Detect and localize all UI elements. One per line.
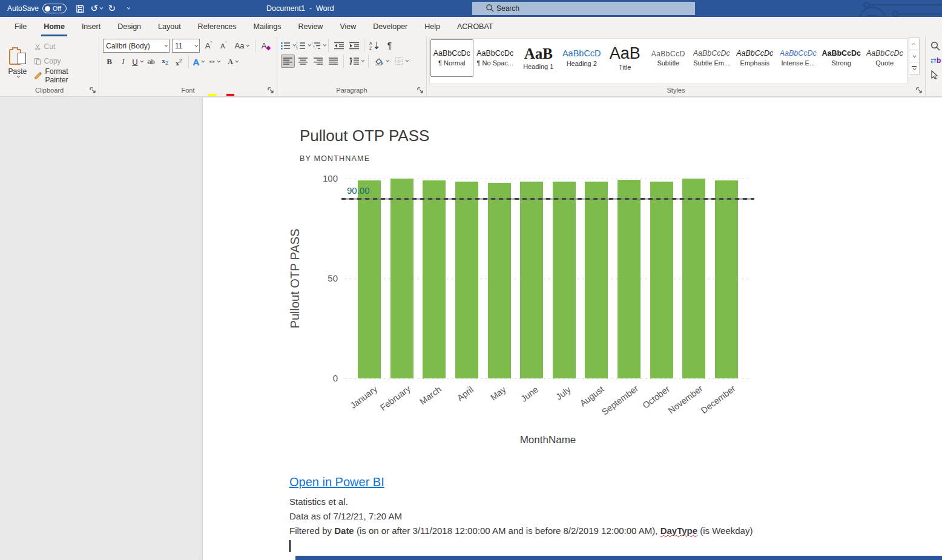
subscript-button[interactable]: x2 <box>159 55 171 68</box>
bold-button[interactable]: B <box>103 55 116 68</box>
redo-button[interactable]: ↻ <box>104 1 120 16</box>
gallery-scroll-up-button[interactable] <box>909 38 920 50</box>
styles-dialog-launcher[interactable] <box>915 87 923 94</box>
bar-january[interactable] <box>358 180 381 378</box>
align-right-button[interactable] <box>311 54 325 68</box>
bar-april[interactable] <box>455 182 478 378</box>
search-box[interactable]: Search <box>472 2 695 15</box>
tab-home[interactable]: Home <box>35 17 73 36</box>
undo-button[interactable]: ↺ <box>88 1 104 16</box>
text-effects-icon: A <box>193 57 200 67</box>
sort-button[interactable]: AZ <box>367 39 381 52</box>
autosave-toggle[interactable]: AutoSave Off <box>0 4 73 13</box>
bar-august[interactable] <box>585 182 608 378</box>
x-tick-label-march: March <box>418 384 443 407</box>
line-spacing-button[interactable] <box>347 54 365 68</box>
gallery-more-button[interactable] <box>909 62 920 74</box>
font-family-select[interactable]: Calibri (Body) <box>103 39 170 53</box>
tab-help[interactable]: Help <box>416 17 449 36</box>
y-tick-label: 50 <box>311 273 338 283</box>
change-case-button[interactable]: Aa <box>232 39 251 53</box>
redo-icon: ↻ <box>108 3 116 14</box>
replace-icon[interactable]: ⇄b <box>930 56 941 65</box>
tab-layout[interactable]: Layout <box>150 17 189 36</box>
paragraph-dialog-launcher[interactable] <box>417 87 424 94</box>
bar-october[interactable] <box>650 182 673 378</box>
autosave-pill[interactable]: Off <box>42 4 67 13</box>
open-in-power-bi-link[interactable]: Open in Power BI <box>289 475 384 489</box>
style-quote[interactable]: AaBbCcDcQuote <box>863 39 906 77</box>
clipboard-dialog-launcher[interactable] <box>89 87 96 94</box>
x-tick-label-august: August <box>578 384 606 408</box>
bullet-list-button[interactable] <box>281 39 295 52</box>
align-center-button[interactable] <box>296 54 310 68</box>
tab-mailings[interactable]: Mailings <box>245 17 290 36</box>
style-strong[interactable]: AaBbCcDcStrong <box>820 39 863 77</box>
bar-february[interactable] <box>390 179 413 378</box>
shrink-font-button[interactable]: Aˇ <box>217 39 230 53</box>
font-dialog-launcher[interactable] <box>267 87 274 94</box>
copy-button[interactable]: Copy <box>31 54 95 68</box>
strikethrough-button[interactable]: ab <box>145 55 157 68</box>
superscript-button[interactable]: x2 <box>173 55 185 68</box>
toggle-knob-icon <box>45 6 50 12</box>
copy-icon <box>34 58 41 65</box>
style-title[interactable]: AaBTitle <box>604 39 647 77</box>
text-effects-button[interactable]: A <box>192 55 205 68</box>
tab-design[interactable]: Design <box>109 17 150 36</box>
save-button[interactable] <box>73 1 88 16</box>
tab-review[interactable]: Review <box>289 17 331 36</box>
paste-button[interactable]: Paste <box>4 39 31 84</box>
increase-indent-button[interactable] <box>347 39 361 52</box>
style-intenseem[interactable]: AaBbCcDcIntense E... <box>777 39 820 77</box>
bar-june[interactable] <box>520 182 543 378</box>
tab-references[interactable]: References <box>189 17 245 36</box>
justify-button[interactable] <box>326 54 340 68</box>
tab-acrobat[interactable]: ACROBAT <box>449 17 502 36</box>
shading-button[interactable] <box>372 54 390 68</box>
style-emphasis[interactable]: AaBbCcDcEmphasis <box>734 39 777 77</box>
multilevel-list-icon: 1ai <box>311 42 321 50</box>
bar-may[interactable] <box>488 183 511 378</box>
style-subtleem[interactable]: AaBbCcDcSubtle Em... <box>690 39 733 77</box>
x-axis-title: MonthName <box>520 434 576 446</box>
format-painter-button[interactable]: Format Painter <box>31 69 95 82</box>
style-h1[interactable]: AaBHeading 1 <box>517 39 560 77</box>
find-icon[interactable] <box>930 41 940 51</box>
numbered-list-button[interactable]: 123 <box>296 39 310 52</box>
bar-september[interactable] <box>618 180 641 378</box>
font-size-select[interactable]: 11 <box>172 39 200 53</box>
editing-group-partial: ⇄b <box>925 36 942 96</box>
bar-december[interactable] <box>715 180 738 378</box>
italic-button[interactable]: I <box>117 55 130 68</box>
underline-button[interactable]: U <box>131 55 143 68</box>
tab-file[interactable]: File <box>6 17 35 36</box>
select-cursor-icon[interactable] <box>930 70 938 79</box>
clear-formatting-button[interactable]: A◆ <box>260 39 272 53</box>
tab-developer[interactable]: Developer <box>364 17 416 36</box>
gallery-scroll-down-button[interactable] <box>909 50 920 62</box>
align-left-button[interactable] <box>281 54 295 68</box>
undo-icon: ↺ <box>91 3 99 14</box>
style-subtitle[interactable]: AaBbCcDSubtitle <box>647 39 690 77</box>
style-normal[interactable]: AaBbCcDc¶ Normal <box>430 39 473 77</box>
borders-button[interactable] <box>391 54 410 68</box>
tab-insert[interactable]: Insert <box>73 17 109 36</box>
style-sample: AaBbCcDc <box>822 50 861 58</box>
style-h2[interactable]: AaBbCcDHeading 2 <box>561 39 604 77</box>
tab-view[interactable]: View <box>331 17 364 36</box>
cut-button[interactable]: Cut <box>31 40 95 53</box>
highlight-color-button[interactable]: ✏ <box>206 55 223 68</box>
decrease-indent-button[interactable] <box>332 39 346 52</box>
bar-march[interactable] <box>423 180 446 378</box>
multilevel-list-button[interactable]: 1ai <box>311 39 325 52</box>
customize-qat-button[interactable] <box>120 1 136 16</box>
font-color-button[interactable]: A <box>224 55 241 68</box>
document-text: Open in Power BI Statistics et al. Data … <box>289 475 895 553</box>
bar-november[interactable] <box>682 179 705 378</box>
bar-july[interactable] <box>553 182 576 378</box>
show-hide-marks-button[interactable]: ¶ <box>383 39 397 52</box>
style-nospace[interactable]: AaBbCcDc¶ No Spac... <box>474 39 517 77</box>
document-page[interactable]: Pullout OTP PASS BY MONTHNAME Pullout OT… <box>203 97 942 560</box>
grow-font-button[interactable]: Aˆ <box>202 39 215 53</box>
